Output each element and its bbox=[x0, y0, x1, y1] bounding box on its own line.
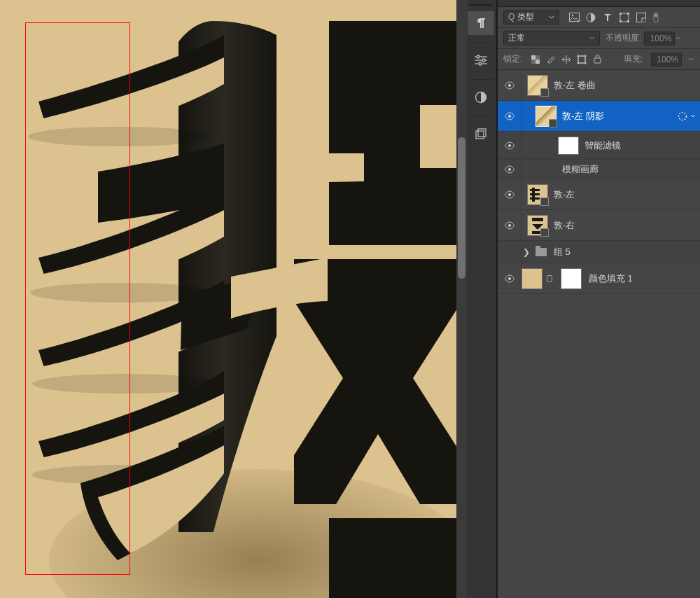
layer-row[interactable]: 敦-左 卷曲 bbox=[498, 70, 700, 101]
svg-rect-27 bbox=[536, 60, 540, 64]
filter-type-select[interactable]: Q 类型 bbox=[503, 10, 559, 25]
fill-dropdown-icon[interactable] bbox=[687, 57, 694, 62]
fill-label: 填充: bbox=[624, 53, 643, 65]
svg-rect-23 bbox=[642, 18, 646, 22]
lock-fill-row: 锁定: 填充: 100% bbox=[498, 49, 700, 70]
visibility-toggle[interactable] bbox=[498, 263, 522, 293]
svg-rect-30 bbox=[578, 56, 585, 63]
svg-rect-26 bbox=[531, 55, 536, 60]
svg-point-41 bbox=[508, 193, 511, 196]
expand-chevron-icon[interactable]: ❯ bbox=[522, 247, 531, 257]
filter-text-icon[interactable]: T bbox=[600, 11, 615, 25]
layer-name[interactable]: 敦-右 bbox=[554, 219, 696, 232]
group-row[interactable]: ❯ 组 5 bbox=[498, 241, 700, 263]
layer-row[interactable]: 敦-左 阴影 bbox=[498, 101, 700, 132]
visibility-toggle[interactable] bbox=[498, 132, 522, 159]
lock-all-icon[interactable] bbox=[592, 55, 602, 64]
svg-point-36 bbox=[508, 84, 511, 87]
svg-point-49 bbox=[508, 277, 511, 280]
document-canvas[interactable] bbox=[0, 0, 461, 598]
svg-rect-28 bbox=[536, 55, 540, 60]
fill-thumbnail[interactable] bbox=[522, 268, 542, 289]
filter-adjust-icon[interactable] bbox=[583, 11, 598, 25]
smart-filters-header[interactable]: 智能滤镜 bbox=[498, 132, 700, 160]
svg-point-46 bbox=[508, 224, 511, 227]
svg-rect-21 bbox=[627, 20, 629, 22]
layer-thumbnail[interactable] bbox=[536, 106, 556, 127]
app-root: Q 类型 T 正常 不透明度: 100% bbox=[0, 0, 700, 598]
svg-point-37 bbox=[508, 115, 511, 118]
link-icon[interactable] bbox=[547, 275, 552, 282]
filter-icon-group: T bbox=[566, 11, 662, 25]
chevron-down-icon bbox=[690, 113, 696, 119]
strip-separator bbox=[469, 79, 493, 80]
filter-shape-icon[interactable] bbox=[617, 11, 632, 25]
layer-thumbnail[interactable] bbox=[527, 215, 548, 236]
filter-toggle-icon[interactable] bbox=[650, 11, 662, 25]
layer-filter-row: Q 类型 T bbox=[498, 7, 700, 28]
contrast-panel-icon[interactable] bbox=[468, 85, 494, 109]
svg-point-15 bbox=[571, 15, 573, 16]
vertical-scrollbar-thumb[interactable] bbox=[458, 137, 465, 279]
chevron-down-icon bbox=[589, 36, 595, 41]
strip-separator bbox=[469, 116, 493, 117]
layer-row[interactable]: 敦-左 bbox=[498, 179, 700, 210]
layers-panel: Q 类型 T 正常 不透明度: 100% bbox=[497, 0, 700, 598]
layer-name[interactable]: 组 5 bbox=[554, 246, 700, 258]
svg-point-39 bbox=[508, 144, 511, 147]
chevron-down-icon bbox=[549, 15, 554, 20]
paragraph-panel-icon[interactable] bbox=[468, 11, 494, 35]
svg-point-40 bbox=[508, 168, 511, 171]
svg-point-38 bbox=[679, 112, 687, 120]
filter-mask-thumb[interactable] bbox=[558, 137, 579, 155]
svg-rect-35 bbox=[594, 58, 601, 63]
layer-thumbnail[interactable] bbox=[527, 184, 548, 205]
adjustments-panel-icon[interactable] bbox=[468, 48, 494, 72]
svg-rect-18 bbox=[620, 13, 622, 15]
svg-rect-45 bbox=[530, 197, 540, 200]
lock-position-icon[interactable] bbox=[561, 55, 571, 64]
opacity-dropdown-icon[interactable] bbox=[675, 36, 682, 41]
visibility-toggle[interactable] bbox=[498, 160, 522, 179]
filter-name[interactable]: 模糊画廊 bbox=[562, 163, 700, 176]
svg-rect-13 bbox=[478, 129, 486, 137]
right-panels: Q 类型 T 正常 不透明度: 100% bbox=[464, 0, 700, 598]
layer-name[interactable]: 敦-左 卷曲 bbox=[554, 79, 696, 92]
svg-point-9 bbox=[482, 59, 485, 62]
strip-grip[interactable] bbox=[470, 3, 492, 7]
svg-point-10 bbox=[479, 62, 482, 65]
layer-name[interactable]: 敦-左 bbox=[554, 188, 696, 201]
layer-name[interactable]: 敦-左 阴影 bbox=[562, 110, 675, 123]
filter-indicator[interactable] bbox=[678, 111, 696, 121]
visibility-toggle[interactable] bbox=[498, 70, 522, 100]
mask-thumbnail[interactable] bbox=[561, 268, 582, 289]
layer-thumbnail[interactable] bbox=[527, 75, 548, 96]
blend-mode-select[interactable]: 正常 bbox=[503, 31, 600, 46]
lock-pixels-icon[interactable] bbox=[531, 55, 540, 64]
filter-image-icon[interactable] bbox=[566, 11, 582, 25]
layer-name[interactable]: 颜色填充 1 bbox=[589, 272, 696, 285]
lock-artboard-icon[interactable] bbox=[577, 55, 587, 64]
svg-rect-12 bbox=[476, 131, 484, 139]
svg-point-1 bbox=[28, 127, 210, 146]
fill-input[interactable]: 100% bbox=[651, 53, 682, 67]
lock-brush-icon[interactable] bbox=[546, 55, 556, 64]
filter-entry[interactable]: 模糊画廊 bbox=[498, 160, 700, 179]
visibility-toggle[interactable] bbox=[498, 241, 522, 263]
visibility-toggle[interactable] bbox=[498, 101, 522, 131]
vertical-scrollbar[interactable] bbox=[456, 0, 467, 598]
opacity-input[interactable]: 100% bbox=[644, 32, 675, 46]
visibility-toggle[interactable] bbox=[498, 210, 522, 240]
filter-smart-icon[interactable] bbox=[634, 11, 649, 25]
lock-label: 锁定: bbox=[503, 53, 522, 65]
smart-filters-label: 智能滤镜 bbox=[584, 139, 700, 152]
libraries-panel-icon[interactable] bbox=[468, 123, 494, 146]
blend-opacity-row: 正常 不透明度: 100% bbox=[498, 28, 700, 49]
canvas-area bbox=[0, 0, 464, 598]
svg-rect-43 bbox=[530, 189, 540, 191]
layer-row[interactable]: 颜色填充 1 bbox=[498, 263, 700, 294]
layer-row[interactable]: 敦-右 bbox=[498, 210, 700, 241]
canvas-artwork bbox=[0, 0, 461, 598]
panel-tab-bar[interactable] bbox=[498, 0, 700, 7]
visibility-toggle[interactable] bbox=[498, 179, 522, 209]
